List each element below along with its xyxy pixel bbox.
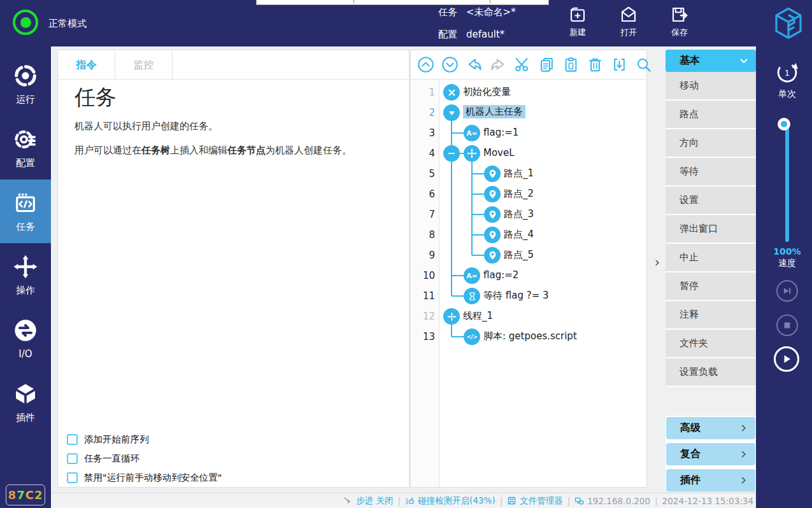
node-item-4[interactable]: 等待 (666, 158, 756, 185)
line-number: 1 (411, 82, 435, 102)
tree-row-10[interactable]: 10A=flag:=2 (411, 265, 646, 286)
new-button[interactable]: 新建 (563, 5, 592, 38)
waypoint-icon (484, 247, 501, 264)
node-group-1[interactable]: 高级 (666, 417, 755, 439)
cut-icon[interactable] (514, 56, 531, 73)
page-description-1: 机器人可以执行用户创建的任务。 (75, 120, 218, 132)
tree-row-13[interactable]: 13</>脚本: getpoes.script (411, 327, 646, 347)
status-separator: | (567, 496, 571, 506)
status-43%[interactable]: 碰撞检测开启(43%) (405, 495, 495, 507)
single-run-button[interactable]: 1 (775, 60, 799, 85)
node-group-3[interactable]: 插件 (666, 469, 755, 491)
open-icon (619, 5, 638, 24)
sidebar-item-config[interactable]: 配置 (0, 119, 51, 176)
stop-button[interactable] (776, 314, 798, 336)
move-down-icon[interactable] (441, 56, 459, 73)
node-item-10[interactable]: 文件夹 (666, 330, 756, 357)
tree-row-4[interactable]: 4MoveL (411, 143, 646, 164)
tree-row-3[interactable]: 3A=flag:=1 (411, 123, 646, 143)
collapse-icon[interactable] (611, 56, 628, 73)
node-item-7[interactable]: 中止 (666, 244, 756, 271)
tree-node-label: 路点_4 (504, 229, 534, 241)
tree-row-12[interactable]: 12线程_1 (411, 306, 646, 327)
tree-row-9[interactable]: 9路点_5 (411, 245, 646, 265)
tree-toolbar (411, 50, 646, 80)
sidebar-item-label: 配置 (16, 157, 35, 169)
sidebar-item-plugin[interactable]: 插件 (0, 374, 51, 431)
node-item-2[interactable]: 路点 (666, 101, 756, 128)
tree-row-11[interactable]: 11等待 flag ?= 3 (411, 286, 646, 306)
checkbox-row-1[interactable]: 添加开始前序列 (67, 434, 149, 446)
config-name-row: 配置 default* (438, 29, 504, 41)
search-icon[interactable] (635, 56, 652, 73)
sidebar-item-operate[interactable]: 操作 (0, 246, 51, 304)
tree-row-8[interactable]: 8路点_4 (411, 225, 646, 245)
waypoint-icon (484, 166, 501, 182)
node-group-2[interactable]: 复合 (666, 443, 755, 465)
node-item-9[interactable]: 注释 (666, 301, 756, 328)
checkbox[interactable] (67, 472, 78, 483)
tab-指令[interactable]: 指令 (58, 50, 115, 80)
node-group-basic-header[interactable]: 基本 (666, 50, 756, 72)
sidebar: 运行配置任务操作I/O插件 87C2 (0, 46, 51, 508)
top-bar: 正常模式 任务 <未命名>* 配置 default* 新建打开保存 (0, 0, 812, 46)
sidebar-item-label: 任务 (16, 221, 35, 233)
tree-row-7[interactable]: 7路点_3 (411, 204, 646, 225)
sidebar-item-label: 运行 (16, 94, 35, 106)
right-rail: 1 单次 100% 速度 (756, 46, 812, 508)
checkbox-row-2[interactable]: 任务一直循环 (67, 453, 139, 465)
sidebar-code-badge[interactable]: 87C2 (6, 484, 45, 505)
redo-icon[interactable] (490, 56, 507, 73)
status-segment[interactable]: 文件管理器 (507, 495, 563, 507)
paste-icon[interactable] (562, 56, 580, 73)
tree-row-6[interactable]: 6路点_2 (411, 184, 646, 204)
operate-icon (13, 254, 38, 279)
sidebar-item-task[interactable]: 任务 (0, 180, 51, 243)
sidebar-item-io[interactable]: I/O (0, 310, 51, 367)
network-icon (574, 496, 584, 505)
io-icon (13, 318, 38, 343)
save-button[interactable]: 保存 (665, 5, 694, 38)
node-item-3[interactable]: 方向 (666, 129, 756, 157)
tree-connector (452, 132, 464, 134)
save-icon (670, 5, 689, 24)
speed-slider-track[interactable] (785, 127, 789, 242)
tree-node-label: 路点_5 (504, 249, 534, 261)
undo-icon[interactable] (466, 56, 483, 73)
tree-connector (452, 336, 464, 337)
status-separator: | (500, 496, 503, 506)
checkbox[interactable] (67, 453, 78, 464)
mode-indicator-icon[interactable] (13, 10, 38, 35)
checkbox[interactable] (67, 434, 78, 445)
assign-icon: A= (464, 125, 480, 141)
open-button[interactable]: 打开 (614, 5, 643, 38)
node-item-6[interactable]: 弹出窗口 (666, 215, 756, 243)
panel-expand-handle[interactable]: › (649, 253, 666, 271)
node-item-8[interactable]: 暂停 (666, 272, 756, 300)
chevron-right-icon (739, 476, 748, 484)
tree-row-5[interactable]: 5路点_1 (411, 164, 646, 184)
tree-row-1[interactable]: 1初始化变量 (411, 82, 646, 102)
line-number: 3 (411, 123, 435, 143)
checkbox-row-3[interactable]: 禁用"运行前手动移动到安全位置" (67, 472, 222, 484)
node-item-11[interactable]: 设置负载 (666, 358, 756, 386)
tree-connector (452, 295, 464, 297)
delete-icon[interactable] (587, 56, 604, 73)
desc-text: 上插入和编辑 (170, 145, 227, 156)
file-manager-icon (507, 496, 516, 505)
sidebar-item-run[interactable]: 运行 (0, 55, 51, 113)
tree-row-2[interactable]: 2机器人主任务 (411, 102, 646, 123)
init-variables-icon (443, 84, 460, 101)
move-up-icon[interactable] (417, 56, 434, 73)
play-button[interactable] (774, 346, 799, 372)
node-item-5[interactable]: 设置 (666, 187, 756, 214)
tab-监控[interactable]: 监控 (115, 50, 173, 80)
status-text: 步进 关闭 (356, 495, 393, 507)
step-next-button[interactable] (776, 280, 798, 302)
node-item-1[interactable]: 移动 (666, 72, 756, 99)
status-segment[interactable]: 步进 关闭 (343, 495, 393, 507)
tab-row: 指令监控 (58, 50, 409, 80)
collapse-node-icon[interactable] (443, 145, 460, 162)
speed-slider-knob[interactable] (778, 118, 790, 131)
copy-icon[interactable] (538, 56, 555, 73)
